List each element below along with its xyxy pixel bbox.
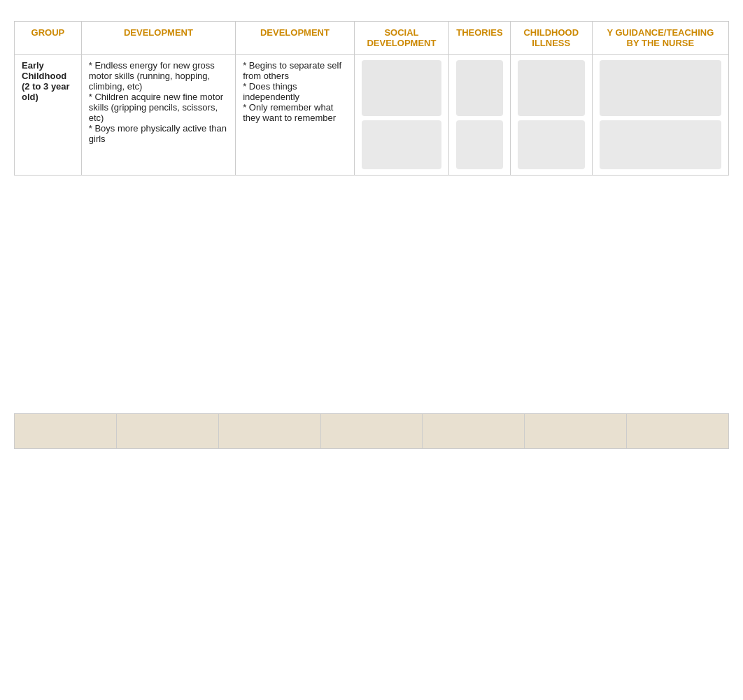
footer-cell-2 [116, 414, 218, 449]
col-guidance: Y GUIDANCE/TEACHING BY THE NURSE [592, 22, 728, 55]
group-name: Early Childhood [22, 60, 66, 81]
col-theories: THEORIES [449, 22, 510, 55]
group-age: (2 to 3 year old) [22, 81, 70, 102]
illness-cell [510, 55, 592, 176]
col-development2: DEVELOPMENT [236, 22, 355, 55]
social-cell [354, 55, 449, 176]
footer-cell-5 [423, 414, 525, 449]
illness-image-2 [518, 120, 585, 169]
header-row: GROUP DEVELOPMENT DEVELOPMENT SOCIAL DEV… [15, 22, 729, 55]
social-image-1 [362, 60, 442, 116]
main-table: GROUP DEVELOPMENT DEVELOPMENT SOCIAL DEV… [14, 21, 729, 176]
theories-cell [449, 55, 510, 176]
development2-text: * Begins to separate self from others * … [243, 60, 347, 123]
footer-cell-6 [525, 414, 627, 449]
footer-cell-1 [15, 414, 117, 449]
footer-cell-7 [627, 414, 729, 449]
development2-cell: * Begins to separate self from others * … [236, 55, 355, 176]
footer-cell-4 [320, 414, 423, 449]
guidance-cell [592, 55, 728, 176]
development1-text: * Endless energy for new gross motor ski… [89, 60, 228, 144]
footer-cell-3 [218, 414, 320, 449]
guidance-image-2 [600, 120, 721, 169]
group-cell: Early Childhood (2 to 3 year old) [15, 55, 82, 176]
table-row: Early Childhood (2 to 3 year old) * Endl… [15, 55, 729, 176]
page-wrapper: GROUP DEVELOPMENT DEVELOPMENT SOCIAL DEV… [0, 0, 743, 700]
theories-image-2 [456, 120, 502, 169]
illness-image-1 [518, 60, 585, 116]
development1-cell: * Endless energy for new gross motor ski… [81, 55, 235, 176]
footer-table [14, 413, 729, 449]
social-image-2 [362, 120, 442, 169]
col-group: GROUP [15, 22, 82, 55]
guidance-image-1 [600, 60, 721, 116]
col-social: SOCIAL DEVELOPMENT [354, 22, 449, 55]
col-illness: CHILDHOOD ILLNESS [510, 22, 592, 55]
theories-image-1 [456, 60, 502, 116]
col-development1: DEVELOPMENT [81, 22, 235, 55]
footer-row [15, 414, 729, 449]
